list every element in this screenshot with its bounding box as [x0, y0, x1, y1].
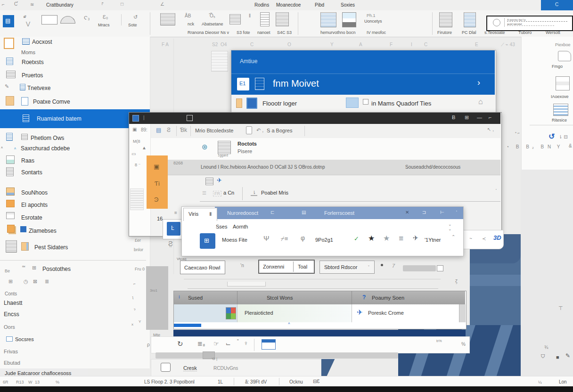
home-outline-icon[interactable]: ⌂ [478, 98, 483, 106]
sidebar-item-moms[interactable]: Moms [21, 49, 35, 55]
menu-pibd[interactable]: Pibd [315, 2, 324, 8]
hand-icon[interactable]: ☞ [213, 340, 219, 347]
sidebar-item-poatxe-comve[interactable]: Poatxe Comve [33, 98, 70, 105]
funnel-icon[interactable]: ⋁ [26, 21, 30, 27]
sidebar-item-phetlom-ows[interactable]: Phetlom Ows [31, 135, 64, 141]
dove-icon[interactable]: ✈ [217, 177, 222, 184]
th-sused[interactable]: Sused [188, 295, 203, 301]
star-gray-icon[interactable]: ★ [383, 234, 390, 243]
list-small-icon[interactable]: ≣ [45, 278, 49, 285]
sidebar-item-pruertos[interactable]: Pruertos [22, 72, 43, 79]
segmented-control[interactable]: Zonxenni Toal [258, 260, 315, 274]
menu-soxies[interactable]: Soxies [341, 2, 355, 8]
control-box1[interactable]: Caexcaxo Rowl [180, 261, 225, 274]
phone-icon[interactable]: Ɛ₀ [103, 14, 108, 20]
th-stcol-wons[interactable]: Stcol Wons [267, 295, 293, 301]
tab-forlerrscoest[interactable]: Forlerrscoest [324, 210, 354, 216]
app-button[interactable]: ▤ [3, 15, 14, 27]
dialog-row-label[interactable]: Floootr loger [262, 100, 297, 107]
footer-conts[interactable]: Conts [5, 291, 17, 296]
pin-icon[interactable]: ⸙ [24, 13, 26, 19]
rail-doc-icon[interactable]: ▣ [132, 127, 137, 132]
nck-label[interactable]: nck [188, 22, 194, 26]
footer-encss[interactable]: Encss [4, 311, 19, 318]
cell1-label[interactable]: a Cn [223, 190, 234, 196]
sidebar-item-raas[interactable]: Raas [21, 157, 34, 164]
sidebar-item-posotothes[interactable]: Posotothes [42, 266, 71, 272]
cabinet-icon[interactable] [260, 12, 270, 26]
right-item-ritesice[interactable]: Ritesice [552, 118, 567, 122]
menu-rodins[interactable]: Rodins [254, 2, 269, 8]
printer3d-icon[interactable] [160, 13, 175, 25]
bookshelf-icon[interactable] [276, 12, 289, 26]
undo-blue-icon[interactable]: ↺ [548, 132, 555, 141]
loop-icon[interactable]: ᷀Ȍ₅ [210, 13, 215, 18]
footer-oors[interactable]: Oors [4, 324, 15, 330]
slider-end-box[interactable] [437, 265, 443, 271]
monitor-icon[interactable] [41, 15, 57, 24]
excel-icon[interactable]: ⊞ [200, 233, 215, 249]
sote-label[interactable]: Sote [128, 23, 137, 27]
blue-dialog-titlerow[interactable]: E1 fnm Moivet › [231, 74, 495, 95]
right-item-iaoexove[interactable]: IAoexove [551, 94, 569, 99]
col-divider[interactable] [237, 291, 237, 304]
pos-icon[interactable] [342, 12, 356, 27]
firutore-icon[interactable] [439, 12, 452, 27]
corner-icon[interactable]: ⌙ [226, 340, 231, 347]
bk-icon[interactable]: Ɓk [180, 127, 187, 133]
th-poaumy-soen[interactable]: Poaumy Soen [372, 295, 404, 301]
printer-icon[interactable] [556, 76, 570, 90]
segment-zonxenni[interactable]: Zonxenni [263, 264, 284, 270]
toolbar-text1[interactable]: Mrio Btcoledxste [195, 128, 233, 133]
filter-icon[interactable]: Ƨ [167, 127, 171, 133]
win2-listrow[interactable]: ⊛ 1ggard Roctots Pisere [151, 138, 500, 160]
sub-sses[interactable]: Sses [216, 224, 227, 229]
orange-c-icon[interactable]: Ͽ [154, 196, 158, 203]
money-icon[interactable] [161, 363, 171, 372]
dome-icon[interactable] [60, 16, 75, 24]
win2-btn-min[interactable]: — [477, 114, 482, 120]
undo-small-icon[interactable]: ↶ , [256, 127, 263, 133]
plotter-icon[interactable] [558, 51, 571, 61]
right-item-fmgo[interactable]: Fmgo [552, 64, 563, 69]
page-icon[interactable]: ▤ [156, 127, 161, 133]
glass-icon[interactable]: Ψ [263, 234, 270, 242]
swirl-icon[interactable]: Ƨ̤ [168, 239, 173, 247]
hscroll-strip[interactable] [156, 352, 398, 359]
orange-ti-icon[interactable]: Ƭi [155, 180, 160, 187]
tab-active[interactable]: Viris ▮ [183, 208, 217, 221]
table-row2[interactable]: ˄ [174, 322, 465, 328]
corner-tab[interactable]: C [541, 0, 573, 10]
square-solid-icon[interactable]: ■ [556, 354, 559, 360]
female-icon[interactable]: ♀ [244, 340, 248, 347]
sidebar-item-zlamebses[interactable]: Zlamebses [29, 228, 57, 234]
tab-folder-icon[interactable]: ⊐ [422, 210, 426, 215]
footer-ebutad[interactable]: Ebutad [4, 360, 20, 366]
win2-btn-b[interactable]: Ƀ [452, 114, 455, 120]
refresh-icon[interactable]: ↻ [177, 340, 183, 348]
toolbar-text2[interactable]: S a Bogres [267, 128, 292, 133]
squiggle-icon[interactable]: Ϛ₃ [84, 15, 90, 21]
table-row[interactable]: Pleraioticted ✈ Poreskc Crome [174, 304, 465, 322]
doc-icon[interactable] [229, 14, 241, 24]
tab-pin-icon[interactable]: ⊢ [440, 210, 444, 215]
chevron-right-icon[interactable]: › [477, 78, 480, 88]
sub-aornth[interactable]: Aornth [233, 224, 248, 229]
window-small-icon[interactable]: ⊞ [8, 278, 13, 285]
undo-circle-icon[interactable]: ↺ [133, 14, 138, 20]
pin-dark-icon[interactable]: ✈ [413, 234, 418, 242]
checkbox[interactable] [363, 99, 368, 105]
footer-frivas[interactable]: Frivas [4, 349, 18, 354]
slider-track[interactable] [403, 265, 436, 271]
cresk-label[interactable]: Cresk [183, 365, 197, 371]
tab-close-icon[interactable]: ✕ [405, 210, 409, 215]
numbered-list-icon[interactable]: ≣₈ [197, 340, 205, 347]
window-menu-icon[interactable]: ⌐ [2, 2, 5, 7]
sidebar-item-pest-sidaters[interactable]: Pest Sidaters [34, 244, 68, 251]
sidebar-item-saxrchurad[interactable]: Saxrchurad cbdebe [21, 145, 70, 152]
mail-small-icon[interactable]: ⊠ [33, 278, 37, 285]
mracs-label[interactable]: Mracs [98, 23, 110, 27]
table-blue-icon[interactable] [262, 339, 276, 350]
sidebar-item-tnetvexe[interactable]: Tnetvexe [27, 85, 50, 91]
cell2-label[interactable]: Poabel Mris [261, 190, 288, 196]
